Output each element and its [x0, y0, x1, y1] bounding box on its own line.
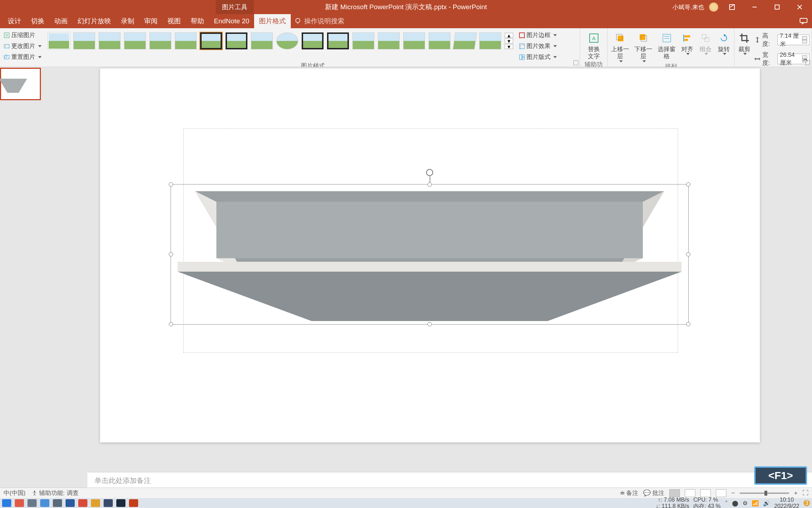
style-item[interactable]	[429, 32, 450, 49]
style-item[interactable]	[73, 32, 95, 49]
tray-icon[interactable]: ⚙	[743, 500, 748, 507]
style-item[interactable]	[352, 32, 374, 49]
group-button[interactable]: 组合	[697, 30, 714, 55]
tab-help[interactable]: 帮助	[186, 14, 209, 28]
style-item[interactable]	[149, 32, 171, 49]
reset-picture-button[interactable]: 重置图片	[2, 52, 43, 62]
styles-dialog-launcher[interactable]	[573, 60, 578, 65]
tab-animations[interactable]: 动画	[49, 14, 73, 28]
tray-icon[interactable]: 📶	[752, 500, 759, 507]
taskbar-app-icon[interactable]	[53, 499, 62, 507]
accessibility-status[interactable]: 辅助功能: 调查	[32, 489, 78, 497]
slide[interactable]	[100, 68, 760, 442]
taskbar-app-icon[interactable]	[116, 499, 125, 507]
zoom-slider[interactable]	[740, 492, 789, 494]
maximize-button[interactable]	[768, 0, 786, 14]
taskbar-app-icon[interactable]	[15, 499, 24, 507]
resize-handle-ml[interactable]	[169, 252, 173, 256]
spin-up[interactable]	[802, 36, 807, 40]
tab-record[interactable]: 录制	[116, 14, 139, 28]
style-item[interactable]	[302, 32, 324, 49]
style-item[interactable]	[327, 32, 349, 49]
taskbar-app-icon[interactable]	[91, 499, 100, 507]
style-item[interactable]	[403, 32, 425, 49]
tray-icon[interactable]: ⬤	[732, 500, 738, 507]
picture-styles-gallery[interactable]: ▴▾▾	[48, 30, 513, 52]
style-item[interactable]	[276, 32, 298, 49]
selection-pane-button[interactable]: 选择窗格	[656, 30, 677, 60]
resize-handle-bl[interactable]	[169, 322, 173, 326]
taskbar-app-icon[interactable]	[104, 499, 113, 507]
tray-chevron-icon[interactable]: ˄	[725, 500, 728, 507]
zoom-out-button[interactable]: −	[731, 490, 735, 497]
fit-to-window-button[interactable]: ⛶	[802, 490, 808, 497]
normal-view-button[interactable]	[669, 489, 680, 497]
comments-icon[interactable]	[799, 18, 808, 25]
rotation-handle[interactable]	[426, 169, 433, 176]
spin-down[interactable]	[802, 40, 807, 43]
taskbar-app-icon[interactable]	[66, 499, 75, 507]
system-tray[interactable]: ↑: 7.08 MB/s ↓: 111.8 KB/s CPU: 7 % 内存: …	[656, 497, 810, 508]
tab-endnote[interactable]: EndNote 20	[209, 14, 254, 28]
change-picture-button[interactable]: 更改图片	[2, 41, 43, 51]
style-item[interactable]	[99, 32, 121, 49]
taskbar-app-icon[interactable]	[27, 499, 37, 507]
resize-handle-bc[interactable]	[427, 322, 432, 326]
send-backward-button[interactable]: 下移一层	[633, 30, 654, 62]
tab-design[interactable]: 设计	[3, 14, 26, 28]
taskbar-app-icon[interactable]	[40, 499, 49, 507]
slide-thumbnail-pane[interactable]	[0, 67, 44, 488]
resize-handle-tr[interactable]	[686, 182, 690, 187]
style-item[interactable]	[175, 32, 197, 49]
bring-forward-button[interactable]: 上移一层	[610, 30, 631, 62]
style-item[interactable]	[226, 32, 247, 49]
user-avatar[interactable]	[709, 2, 718, 12]
ribbon-display-options-button[interactable]	[723, 0, 741, 14]
slide-sorter-view-button[interactable]	[685, 489, 695, 497]
language-status[interactable]: 中(中国)	[4, 489, 25, 497]
notes-pane[interactable]: 单击此处添加备注	[87, 472, 812, 488]
style-item[interactable]	[251, 32, 273, 49]
resize-handle-mr[interactable]	[686, 252, 690, 256]
taskbar-powerpoint-icon[interactable]	[129, 499, 138, 507]
gallery-more-button[interactable]: ▴▾▾	[505, 33, 513, 49]
picture-border-button[interactable]: 图片边框	[517, 30, 558, 40]
picture-effects-button[interactable]: 图片效果	[517, 41, 558, 51]
minimize-button[interactable]	[746, 0, 763, 14]
style-item[interactable]	[124, 32, 146, 49]
slide-thumbnail-1[interactable]	[0, 68, 41, 100]
style-item[interactable]	[200, 32, 222, 49]
tab-slideshow[interactable]: 幻灯片放映	[73, 14, 116, 28]
picture-selection-box[interactable]	[171, 184, 689, 325]
tray-volume-icon[interactable]: 🔊	[763, 500, 770, 507]
close-button[interactable]	[791, 0, 808, 14]
collapse-ribbon-button[interactable]	[802, 57, 808, 65]
taskbar-app-icon[interactable]	[2, 499, 11, 507]
rotate-button[interactable]: 旋转	[716, 30, 732, 55]
tab-transitions[interactable]: 切换	[26, 14, 49, 28]
tab-review[interactable]: 审阅	[139, 14, 162, 28]
slideshow-view-button[interactable]	[716, 489, 726, 497]
reading-view-button[interactable]	[700, 489, 711, 497]
tab-picture-format[interactable]: 图片格式	[254, 14, 291, 28]
comments-toggle[interactable]: 💬 批注	[643, 489, 664, 497]
taskbar-app-icon[interactable]	[78, 499, 87, 507]
tell-me-search[interactable]: 操作说明搜索	[294, 17, 344, 26]
style-item[interactable]	[453, 32, 477, 49]
slide-canvas-area[interactable]: 单击此处添加备注	[44, 67, 812, 488]
style-item[interactable]	[48, 32, 70, 49]
notification-icon[interactable]: 3	[804, 500, 810, 506]
alt-text-button[interactable]: A 替换 文字	[583, 30, 604, 60]
tab-view[interactable]: 视图	[162, 14, 186, 28]
compress-pictures-button[interactable]: 压缩图片	[2, 30, 37, 40]
align-button[interactable]: 对齐	[679, 30, 695, 55]
crop-button[interactable]: 裁剪	[737, 30, 752, 55]
resize-handle-tc[interactable]	[427, 182, 432, 187]
style-item[interactable]	[479, 32, 501, 49]
style-item[interactable]	[378, 32, 400, 49]
picture-layout-button[interactable]: 图片版式	[517, 52, 558, 62]
zoom-in-button[interactable]: +	[794, 490, 798, 497]
height-input[interactable]: 7.14 厘米	[777, 35, 810, 45]
resize-handle-br[interactable]	[686, 322, 690, 326]
resize-handle-tl[interactable]	[169, 182, 173, 187]
